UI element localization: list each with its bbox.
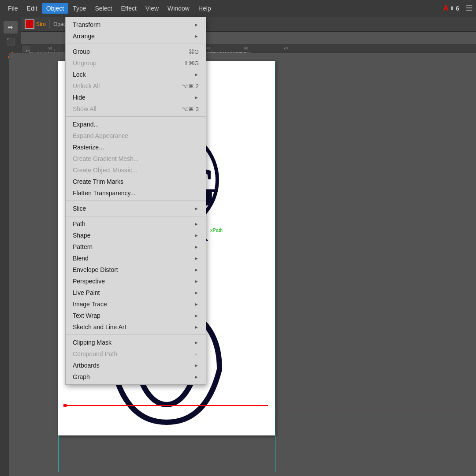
compound-path-arrow: ►: [194, 351, 199, 357]
menu-item-hide[interactable]: Hide ►: [66, 92, 206, 103]
expand-appearance-label: Expand Appearance: [73, 132, 128, 139]
menu-item-expand-appearance[interactable]: Expand Appearance: [66, 130, 206, 141]
menu-item-sketch-line-art[interactable]: Sketch and Line Art ►: [66, 321, 206, 333]
text-wrap-arrow: ►: [194, 313, 199, 318]
menu-object[interactable]: Object: [42, 3, 68, 14]
create-trim-marks-label: Create Trim Marks: [73, 178, 123, 185]
menu-view[interactable]: View: [141, 3, 163, 14]
menu-item-slice[interactable]: Slice ►: [66, 203, 206, 214]
menu-item-live-paint[interactable]: Live Paint ►: [66, 287, 206, 298]
clipping-mask-label: Clipping Mask: [73, 339, 112, 346]
artboards-label: Artboards: [73, 362, 100, 369]
slice-arrow: ►: [194, 206, 199, 211]
menu-type[interactable]: Type: [68, 3, 90, 14]
graph-label: Graph: [73, 373, 90, 380]
menu-item-flatten-transparency[interactable]: Flatten Transparency...: [66, 187, 206, 199]
expand-label: Expand...: [73, 121, 99, 128]
unlock-all-label: Unlock All: [73, 82, 100, 89]
rasterize-label: Rasterize...: [73, 144, 104, 151]
menu-file[interactable]: File: [4, 3, 22, 14]
separator-2: [66, 116, 206, 117]
menu-item-create-object-mosaic[interactable]: Create Object Mosaic...: [66, 164, 206, 176]
menu-item-artboards[interactable]: Artboards ►: [66, 360, 206, 371]
hide-label: Hide: [73, 94, 86, 101]
menu-item-arrange[interactable]: Arrange ►: [66, 30, 206, 42]
image-trace-arrow: ►: [194, 301, 199, 307]
menu-item-shape[interactable]: Shape ►: [66, 230, 206, 241]
menu-item-lock[interactable]: Lock ►: [66, 69, 206, 80]
menu-edit[interactable]: Edit: [22, 3, 42, 14]
menu-item-path[interactable]: Path ►: [66, 218, 206, 230]
menu-help[interactable]: Help: [194, 3, 216, 14]
menu-item-expand[interactable]: Expand...: [66, 119, 206, 130]
separator-3: [66, 201, 206, 201]
menu-item-image-trace[interactable]: Image Trace ►: [66, 298, 206, 310]
menu-item-perspective[interactable]: Perspective ►: [66, 275, 206, 287]
menu-item-show-all[interactable]: Show All ⌥⌘ 3: [66, 103, 206, 115]
sketch-line-art-arrow: ►: [194, 324, 199, 330]
adobe-logo: AⅡ6 ☰: [443, 4, 472, 13]
transform-label: Transform: [73, 21, 100, 28]
perspective-arrow: ►: [194, 279, 199, 284]
menu-window[interactable]: Window: [163, 3, 194, 14]
ungroup-shortcut: ⇧⌘G: [184, 60, 199, 67]
show-all-shortcut: ⌥⌘ 3: [182, 106, 199, 112]
menu-item-create-gradient-mesh[interactable]: Create Gradient Mesh...: [66, 153, 206, 164]
hide-arrow: ►: [194, 95, 199, 100]
menu-item-clipping-mask[interactable]: Clipping Mask ►: [66, 337, 206, 348]
menu-item-create-trim-marks[interactable]: Create Trim Marks: [66, 176, 206, 187]
menu-item-graph[interactable]: Graph ►: [66, 371, 206, 383]
menu-bar: File Edit Object Type Select Effect View…: [0, 0, 476, 17]
envelope-distort-label: Envelope Distort: [73, 266, 118, 273]
menu-item-transform[interactable]: Transform ►: [66, 19, 206, 30]
shape-arrow: ►: [194, 233, 199, 238]
select-tool[interactable]: ⬌: [4, 21, 18, 33]
pattern-label: Pattern: [73, 243, 93, 250]
graph-arrow: ►: [194, 374, 199, 379]
unlock-all-shortcut: ⌥⌘ 2: [182, 83, 199, 89]
pattern-arrow: ►: [194, 244, 199, 249]
transform-arrow: ►: [194, 22, 199, 27]
svg-text:70: 70: [283, 46, 288, 50]
perspective-label: Perspective: [73, 278, 105, 285]
separator-5: [66, 335, 206, 335]
menu-item-unlock-all[interactable]: Unlock All ⌥⌘ 2: [66, 80, 206, 92]
svg-text:60: 60: [244, 46, 248, 50]
direct-select-tool[interactable]: ⬛: [4, 35, 18, 48]
blend-label: Blend: [73, 255, 89, 262]
slice-label: Slice: [73, 205, 86, 212]
menu-item-text-wrap[interactable]: Text Wrap ►: [66, 310, 206, 321]
path-arrow: ►: [194, 221, 199, 227]
blend-arrow: ►: [194, 256, 199, 261]
guide-right: [275, 61, 275, 472]
arrange-arrow: ►: [194, 33, 199, 39]
lock-arrow: ►: [194, 72, 199, 77]
image-trace-label: Image Trace: [73, 301, 107, 308]
show-all-label: Show All: [73, 105, 97, 112]
menu-item-group[interactable]: Group ⌘G: [66, 46, 206, 57]
shape-label: Shape: [73, 232, 90, 239]
artboards-arrow: ►: [194, 363, 199, 368]
svg-text:xPath: xPath: [210, 227, 223, 233]
stroke-indicator: Stro: [25, 19, 46, 29]
menu-item-blend[interactable]: Blend ►: [66, 253, 206, 264]
arrange-label: Arrange: [73, 33, 95, 40]
group-label: Group: [73, 48, 90, 55]
live-paint-label: Live Paint: [73, 289, 100, 296]
svg-text:50: 50: [48, 46, 52, 50]
menu-item-compound-path[interactable]: Compound Path ►: [66, 348, 206, 360]
lock-label: Lock: [73, 71, 86, 78]
svg-rect-34: [63, 404, 67, 407]
clipping-mask-arrow: ►: [194, 340, 199, 345]
envelope-distort-arrow: ►: [194, 267, 199, 272]
menu-item-pattern[interactable]: Pattern ►: [66, 241, 206, 253]
menu-effect[interactable]: Effect: [116, 3, 141, 14]
menu-select[interactable]: Select: [91, 3, 117, 14]
separator-4: [66, 216, 206, 216]
menu-item-ungroup[interactable]: Ungroup ⇧⌘G: [66, 57, 206, 69]
group-shortcut: ⌘G: [189, 48, 199, 55]
ungroup-label: Ungroup: [73, 60, 97, 67]
menu-item-envelope-distort[interactable]: Envelope Distort ►: [66, 264, 206, 275]
menu-item-rasterize[interactable]: Rasterize...: [66, 141, 206, 153]
stroke-color[interactable]: [25, 19, 34, 29]
